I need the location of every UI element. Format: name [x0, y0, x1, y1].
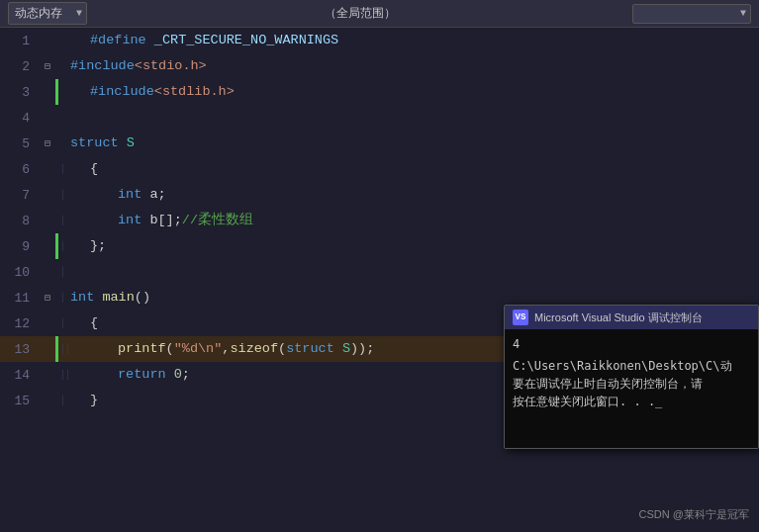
code-line-10: 10│: [0, 259, 759, 285]
line-number-6: 6: [0, 162, 40, 177]
line-number-4: 4: [0, 111, 40, 126]
green-indicator-13: [55, 336, 58, 362]
collapse-indicator-5[interactable]: ⊟: [40, 137, 55, 149]
line-number-3: 3: [0, 85, 40, 100]
guide1-7: │: [60, 190, 65, 200]
console-path: C:\Users\Raikkonen\Desktop\C\动: [513, 357, 750, 375]
code-line-8: 8│int b[];//柔性数组: [0, 208, 759, 233]
collapse-btn[interactable]: ⊟: [45, 137, 50, 149]
line-number-9: 9: [0, 239, 40, 254]
code-line-6: 6│{: [0, 156, 759, 182]
line-content-3: #include<stdlib.h>: [70, 79, 759, 105]
code-line-7: 7│int a;: [0, 182, 759, 208]
line-content-7: int a;: [70, 182, 759, 208]
code-line-1: 1#define _CRT_SECURE_NO_WARNINGS: [0, 28, 759, 53]
right-dropdown-arrow: ▼: [740, 8, 746, 19]
collapse-indicator-11[interactable]: ⊟: [40, 292, 55, 304]
csdn-watermark: CSDN @莱科宁是冠军: [639, 507, 749, 522]
guide1-10: │: [60, 267, 65, 277]
line-content-6: {: [70, 156, 759, 182]
collapse-btn[interactable]: ⊟: [45, 292, 50, 304]
code-line-2: 2⊟#include<stdio.h>: [0, 53, 759, 79]
guide1-6: │: [60, 164, 65, 174]
line-number-5: 5: [0, 136, 40, 151]
scope-label: （全局范围）: [97, 5, 622, 22]
line-number-1: 1: [0, 34, 40, 48]
line-number-7: 7: [0, 188, 40, 203]
collapse-btn[interactable]: ⊟: [45, 60, 50, 72]
console-message-1: 要在调试停止时自动关闭控制台，请: [513, 375, 750, 393]
guide1-15: │: [60, 396, 65, 405]
guide1-12: │: [60, 318, 65, 328]
vs-icon: VS: [513, 310, 528, 325]
line-content-1: #define _CRT_SECURE_NO_WARNINGS: [70, 28, 759, 53]
guide1-8: │: [60, 216, 65, 225]
code-line-3: 3#include<stdlib.h>: [0, 79, 759, 105]
green-indicator-9: [55, 233, 58, 259]
guide1-11: │: [60, 293, 65, 303]
right-dropdown[interactable]: ▼: [632, 4, 751, 24]
console-popup: VS Microsoft Visual Studio 调试控制台 4 C:\Us…: [504, 305, 759, 449]
line-number-10: 10: [0, 265, 40, 280]
collapse-indicator-2[interactable]: ⊟: [40, 60, 55, 72]
console-output-number: 4: [513, 335, 750, 353]
code-line-9: 9│};: [0, 233, 759, 259]
console-message-2: 按任意键关闭此窗口. . ._: [513, 393, 750, 410]
line-content-5: struct S: [70, 131, 759, 156]
code-line-4: 4: [0, 105, 759, 131]
line-number-2: 2: [0, 59, 40, 74]
top-bar: 动态内存 ▼ （全局范围） ▼: [0, 0, 759, 28]
left-dropdown-arrow: ▼: [76, 8, 82, 19]
line-number-8: 8: [0, 214, 40, 228]
green-indicator-3: [55, 79, 58, 105]
code-line-5: 5⊟struct S: [0, 131, 759, 156]
console-body: 4 C:\Users\Raikkonen\Desktop\C\动 要在调试停止时…: [505, 329, 758, 448]
line-number-15: 15: [0, 394, 40, 408]
console-title: Microsoft Visual Studio 调试控制台: [534, 310, 703, 325]
console-title-bar: VS Microsoft Visual Studio 调试控制台: [505, 306, 758, 329]
line-content-8: int b[];//柔性数组: [70, 208, 759, 233]
code-editor: 1#define _CRT_SECURE_NO_WARNINGS2⊟#inclu…: [0, 28, 759, 532]
left-dropdown[interactable]: 动态内存 ▼: [8, 2, 87, 25]
line-content-2: #include<stdio.h>: [70, 53, 759, 79]
line-content-9: };: [70, 233, 759, 259]
guide1-9: │: [60, 241, 65, 251]
line-number-12: 12: [0, 316, 40, 331]
line-number-14: 14: [0, 368, 40, 383]
line-number-11: 11: [0, 291, 40, 306]
line-number-13: 13: [0, 342, 40, 357]
